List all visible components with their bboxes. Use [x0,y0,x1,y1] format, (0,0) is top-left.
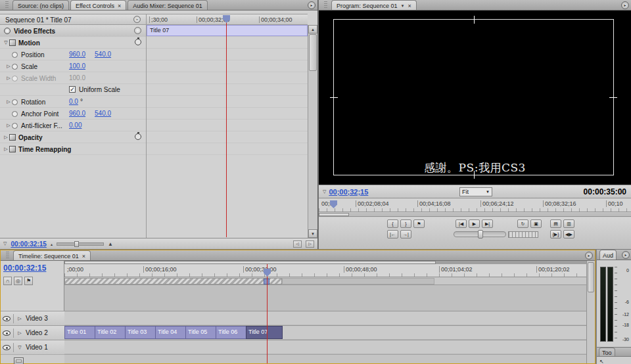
zoom-out-icon[interactable]: ▴ [51,242,53,246]
tab-timeline[interactable]: Timeline: Sequence 01 × [13,250,91,260]
track-visibility-icon[interactable] [3,330,11,336]
panel-drag-grip[interactable] [5,1,9,8]
toggle-animation-icon[interactable] [12,64,18,70]
toggle-animation-icon[interactable] [12,99,18,105]
scrollbar-thumb[interactable] [309,34,317,71]
safe-margins-button[interactable]: ▣ [530,219,542,228]
clip-title-03[interactable]: Title 03 [125,326,156,339]
playhead-marker[interactable] [330,200,337,208]
step-forward-button[interactable]: ▶| [482,219,493,228]
clip-title-06[interactable]: Title 06 [216,326,246,339]
position-x-value[interactable]: 960.0 [69,51,85,58]
panel-menu-icon[interactable]: ▸ [621,1,629,9]
clip-title-05[interactable]: Title 05 [185,326,216,339]
scrollbar-thumb[interactable] [319,213,349,216]
panel-drag-grip[interactable] [324,1,327,8]
anchor-y-value[interactable]: 540.0 [95,110,111,117]
scroll-right-icon[interactable]: ▷ [306,240,314,248]
zoom-level-select[interactable]: Fit ▼ [459,187,492,196]
position-y-value[interactable]: 540.0 [95,51,111,58]
timeline-track-area[interactable]: ;00;00 00;00;16;00 00;00;32;00 00;00;48;… [64,261,586,363]
selection-tool-icon[interactable]: ↖ [599,359,604,364]
tab-program[interactable]: Program: Sequence 01 ▼ × [331,0,417,10]
stopwatch-icon[interactable] [135,133,141,140]
scroll-down-icon[interactable]: ▼ [308,229,317,238]
shuttle-slider[interactable] [454,231,506,237]
tab-audio-meters[interactable]: Aud [599,250,617,260]
toggle-animation-icon[interactable] [12,123,18,129]
anti-flicker-value[interactable]: 0.00 [69,122,82,129]
close-icon[interactable]: × [118,3,121,9]
go-to-out-button[interactable]: →| [400,230,411,239]
clip-title-02[interactable]: Title 02 [95,326,126,339]
unnumbered-marker-icon[interactable]: ⚑ [24,277,33,285]
effect-controls-mini-timeline[interactable]: Title 07 [147,25,308,238]
scale-value[interactable]: 100.0 [69,62,85,70]
anchor-x-value[interactable]: 960.0 [69,110,85,117]
rotation-value[interactable]: 0.0 [69,98,78,105]
loop-button[interactable]: ↻ [517,219,528,228]
track-video1-expanded[interactable] [64,354,586,363]
expander-icon[interactable]: ▷ [16,316,23,321]
clip-title-01[interactable]: Title 01 [64,326,95,339]
clip-bounding-box[interactable] [333,19,614,175]
expander-icon[interactable]: ▷ [5,99,12,104]
snap-icon[interactable]: ∩ [3,277,12,285]
set-display-style-icon[interactable] [14,357,24,364]
clip-title-04[interactable]: Title 04 [155,326,186,339]
clip-title-07-selected[interactable]: Title 07 [246,326,283,339]
video-effects-badge-icon[interactable] [134,27,141,34]
handle-right-center[interactable] [609,97,617,98]
expander-icon[interactable]: ▷ [3,135,9,140]
vertical-scrollbar[interactable] [586,261,595,363]
collapse-icon[interactable]: ▽ [3,241,7,246]
scroll-left-icon[interactable]: ◁ [293,240,302,248]
panel-menu-icon[interactable]: ▸ [308,1,316,9]
zoom-slider[interactable] [57,242,104,246]
play-in-to-out-button[interactable]: {▶} [550,230,561,239]
trim-button[interactable]: ◀▶ [563,230,574,239]
close-icon[interactable]: × [408,3,411,9]
toggle-animation-icon[interactable] [12,111,18,117]
program-timecode[interactable]: 00;00;32;15 [329,188,368,196]
add-marker-button[interactable]: ⚑ [413,219,425,228]
set-out-point-button[interactable]: } [400,219,411,228]
expander-icon[interactable]: ▷ [5,123,12,128]
collapse-icon[interactable]: ▽ [323,189,326,194]
expander-icon[interactable]: ▷ [5,64,12,69]
zo om-in-icon[interactable]: ▲ [108,241,113,247]
timeline-ruler[interactable]: ;00;00 00;00;16;00 00;00;32;00 00;00;48;… [64,264,586,277]
program-time-ruler[interactable]: 00;00 00;02;08;04 00;04;16;08 00;06;24;1… [319,198,631,212]
extract-button[interactable]: ▥ [563,219,574,228]
toggle-animation-icon[interactable] [12,52,18,58]
expander-icon[interactable]: ▽ [3,40,9,45]
go-to-in-button[interactable]: |← [387,230,398,239]
work-area-extension[interactable] [282,278,434,284]
set-in-point-button[interactable]: { [387,219,398,228]
work-area-bar[interactable] [64,277,586,285]
vertical-scrollbar[interactable]: ▲ ▼ [308,25,317,238]
track-visibility-icon[interactable] [3,345,11,350]
scrollbar-thumb[interactable] [588,262,594,292]
monitor-select-dropdown-icon[interactable]: ▼ [401,4,405,8]
scroll-up-icon[interactable]: ▲ [308,25,317,34]
column-divider[interactable] [146,14,147,238]
chapter-marker-icon[interactable]: ◎ [14,277,22,285]
tab-tools[interactable]: Too [599,348,615,356]
work-area-segment[interactable] [64,278,282,284]
expander-icon[interactable]: ▷ [3,147,9,152]
mini-timeline-clip[interactable]: Title 07 [147,25,308,36]
handle-left-center[interactable] [330,97,338,98]
track-video3[interactable] [64,311,586,325]
tab-effect-controls[interactable]: Effect Controls× [70,0,126,10]
tab-audio-mixer[interactable]: Audio Mixer: Sequence 01 [128,0,208,10]
track-video1[interactable] [64,340,586,354]
lift-button[interactable]: ▤ [550,219,561,228]
play-button[interactable]: ▶ [469,219,480,228]
track-video2[interactable]: Title 01 Title 02 Title 03 Title 04 Titl… [64,325,586,340]
panel-menu-icon[interactable]: ▸ [622,251,630,259]
uniform-scale-checkbox[interactable]: ✓ [69,86,76,93]
panel-menu-icon[interactable]: ▸ [585,252,593,260]
handle-top-center[interactable] [474,16,475,24]
expander-icon[interactable]: ▽ [16,345,23,350]
